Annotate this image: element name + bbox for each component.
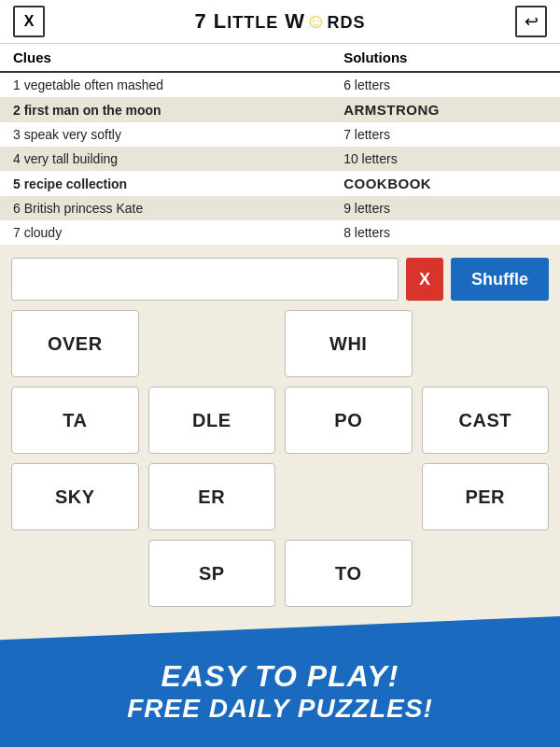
solutions-column-header: Solutions [325, 44, 560, 72]
tile[interactable]: PER [422, 463, 550, 530]
tile[interactable]: DLE [148, 387, 276, 454]
clue-text: 6 British princess Kate [0, 196, 325, 220]
tile[interactable]: SP [148, 540, 276, 607]
clue-row[interactable]: 5 recipe collectionCOOKBOOK [0, 171, 560, 196]
clue-solution: 6 letters [325, 72, 560, 97]
tile[interactable]: CAST [422, 387, 550, 454]
clue-row[interactable]: 3 speak very softly7 letters [0, 122, 560, 147]
clue-solution: 9 letters [325, 196, 560, 220]
bottom-banner: Easy to Play! Free Daily Puzzles! [0, 616, 560, 747]
clue-text: 3 speak very softly [0, 122, 325, 147]
tile-empty [422, 310, 550, 377]
tile[interactable]: PO [285, 387, 413, 454]
banner-line1: Easy to Play! [161, 659, 399, 694]
tile[interactable]: ER [148, 463, 276, 530]
clue-text: 1 vegetable often mashed [0, 72, 325, 97]
clear-button[interactable]: X [406, 258, 443, 301]
tile[interactable]: TA [11, 387, 139, 454]
tile[interactable]: WHI [285, 310, 413, 377]
banner-line2: Free Daily Puzzles! [127, 694, 433, 724]
clue-row[interactable]: 6 British princess Kate9 letters [0, 196, 560, 220]
clue-row[interactable]: 1 vegetable often mashed6 letters [0, 72, 560, 97]
tile[interactable]: OVER [11, 310, 139, 377]
clues-table: Clues Solutions 1 vegetable often mashed… [0, 44, 560, 245]
clue-text: 7 cloudy [0, 220, 325, 245]
tile-empty [148, 310, 276, 377]
clue-solution: 8 letters [325, 220, 560, 245]
word-input-box[interactable] [11, 258, 399, 301]
back-button[interactable]: ↩ [515, 6, 547, 37]
shuffle-button[interactable]: Shuffle [451, 258, 549, 301]
app-title: 7 LITTLE W☺RDS [194, 9, 365, 34]
clues-section: Clues Solutions 1 vegetable often mashed… [0, 44, 560, 245]
close-button[interactable]: X [13, 6, 45, 37]
clue-solution: ARMSTRONG [325, 97, 560, 122]
tile-empty [285, 463, 413, 530]
clue-row[interactable]: 2 first man on the moonARMSTRONG [0, 97, 560, 122]
clue-solution: 7 letters [325, 122, 560, 147]
clue-row[interactable]: 7 cloudy8 letters [0, 220, 560, 245]
header: X 7 LITTLE W☺RDS ↩ [0, 0, 560, 44]
clue-row[interactable]: 4 very tall building10 letters [0, 147, 560, 171]
clue-solution: COOKBOOK [325, 171, 560, 196]
tile-empty [11, 540, 139, 607]
clue-text: 5 recipe collection [0, 171, 325, 196]
tile[interactable]: TO [285, 540, 413, 607]
tile-empty [422, 540, 550, 607]
clue-text: 4 very tall building [0, 147, 325, 171]
clues-column-header: Clues [0, 44, 325, 72]
clue-solution: 10 letters [325, 147, 560, 171]
word-area: X Shuffle [0, 245, 560, 310]
clue-text: 2 first man on the moon [0, 97, 325, 122]
tile-grid: OVERWHITADLEPOCASTSKYERPERSPTO [0, 310, 560, 616]
tile[interactable]: SKY [11, 463, 139, 530]
